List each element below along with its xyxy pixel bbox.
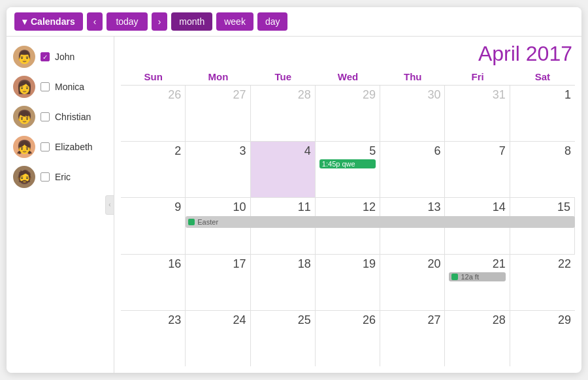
cal-cell-w0-d1[interactable]: 27 bbox=[186, 86, 250, 141]
day-number: 24 bbox=[189, 313, 246, 327]
calendar: April 2017 SunMonTueWedThuFriSat 2627282… bbox=[114, 37, 581, 373]
checkbox-eric[interactable] bbox=[41, 172, 50, 182]
checkbox-christian[interactable] bbox=[41, 112, 50, 121]
prev-button[interactable]: ‹ bbox=[87, 12, 103, 31]
avatar-christian: 👦 bbox=[13, 106, 35, 128]
cal-cell-w4-d1[interactable]: 24 bbox=[186, 311, 250, 366]
day-number: 15 bbox=[514, 200, 570, 214]
cal-cell-w1-d4[interactable]: 6 bbox=[380, 142, 445, 197]
day-number: 21 bbox=[449, 257, 505, 271]
day-number: 27 bbox=[189, 88, 246, 102]
cal-cell-w0-d6[interactable]: 1 bbox=[510, 86, 575, 141]
cal-cell-w1-d6[interactable]: 8 bbox=[510, 142, 575, 197]
cal-week-2: 9101112131415Easter bbox=[121, 198, 575, 254]
today-button[interactable]: today bbox=[106, 12, 147, 31]
sidebar-item-elizabeth[interactable]: 👧Elizabeth bbox=[7, 132, 114, 162]
day-number: 5 bbox=[319, 144, 376, 158]
day-number: 31 bbox=[449, 88, 505, 102]
cal-cell-w0-d5[interactable]: 31 bbox=[445, 86, 510, 141]
cal-cell-w3-d5[interactable]: 2112a ft bbox=[445, 255, 510, 310]
cal-cell-w4-d5[interactable]: 28 bbox=[445, 311, 510, 366]
checkbox-elizabeth[interactable] bbox=[41, 142, 50, 151]
cal-cell-w3-d4[interactable]: 20 bbox=[380, 255, 445, 310]
month-view-button[interactable]: month bbox=[171, 12, 212, 31]
day-number: 28 bbox=[255, 88, 311, 102]
cal-cell-w0-d2[interactable]: 28 bbox=[251, 86, 316, 141]
avatar-elizabeth: 👧 bbox=[13, 136, 35, 158]
cal-cell-w4-d4[interactable]: 27 bbox=[380, 311, 445, 366]
checkbox-monica[interactable] bbox=[41, 82, 50, 91]
person-name-elizabeth: Elizabeth bbox=[55, 142, 93, 152]
person-name-eric: Eric bbox=[55, 172, 71, 182]
day-number: 1 bbox=[514, 88, 571, 102]
cal-cell-w3-d1[interactable]: 17 bbox=[186, 255, 250, 310]
cal-cell-w3-d0[interactable]: 16 bbox=[121, 255, 186, 310]
cal-cell-w0-d0[interactable]: 26 bbox=[121, 86, 186, 141]
event-1-45p-qwe[interactable]: 1:45p qwe bbox=[319, 159, 376, 168]
calendar-header-row: SunMonTueWedThuFriSat bbox=[121, 69, 575, 86]
cal-week-4: 23242526272829 bbox=[121, 311, 575, 366]
cal-header-fri: Fri bbox=[445, 69, 510, 85]
sidebar-item-christian[interactable]: 👦Christian bbox=[7, 102, 114, 132]
app-container: ▾ Calendars ‹ today › month week day 👨Jo… bbox=[7, 7, 581, 373]
cal-cell-w3-d2[interactable]: 18 bbox=[251, 255, 316, 310]
day-number: 16 bbox=[125, 257, 181, 271]
person-name-john: John bbox=[55, 52, 74, 62]
cal-cell-w4-d3[interactable]: 26 bbox=[316, 311, 380, 366]
cal-week-0: 2627282930311 bbox=[121, 86, 575, 142]
day-number: 22 bbox=[514, 257, 571, 271]
day-number: 13 bbox=[384, 200, 440, 214]
day-number: 30 bbox=[384, 88, 440, 102]
week-view-button[interactable]: week bbox=[216, 12, 253, 31]
day-number: 8 bbox=[514, 144, 571, 158]
cal-cell-w2-d0[interactable]: 9 bbox=[121, 198, 186, 253]
day-number: 9 bbox=[125, 200, 181, 214]
cal-header-tue: Tue bbox=[251, 69, 316, 85]
event-12a-ft[interactable]: 12a ft bbox=[449, 272, 505, 281]
cal-header-sat: Sat bbox=[510, 69, 575, 85]
day-number: 17 bbox=[189, 257, 246, 271]
person-name-monica: Monica bbox=[55, 82, 84, 92]
next-button[interactable]: › bbox=[152, 12, 168, 31]
sidebar-item-john[interactable]: 👨John bbox=[7, 42, 114, 72]
chevron-down-icon: ▾ bbox=[22, 16, 27, 27]
cal-cell-w3-d3[interactable]: 19 bbox=[316, 255, 380, 310]
day-number: 3 bbox=[189, 144, 246, 158]
day-number: 26 bbox=[125, 88, 181, 102]
cal-cell-w1-d2[interactable]: 4 bbox=[251, 142, 316, 197]
cal-cell-w1-d0[interactable]: 2 bbox=[121, 142, 186, 197]
day-number: 2 bbox=[125, 144, 181, 158]
cal-cell-w1-d1[interactable]: 3 bbox=[186, 142, 250, 197]
day-number: 14 bbox=[449, 200, 505, 214]
toolbar: ▾ Calendars ‹ today › month week day bbox=[7, 7, 581, 37]
cal-cell-w4-d2[interactable]: 25 bbox=[251, 311, 316, 366]
sidebar-item-eric[interactable]: 🧔Eric bbox=[7, 162, 114, 192]
day-view-button[interactable]: day bbox=[257, 12, 288, 31]
day-number: 20 bbox=[384, 257, 440, 271]
cal-week-3: 16171819202112a ft22 bbox=[121, 255, 575, 311]
sidebar: 👨John👩Monica👦Christian👧Elizabeth🧔Eric ‹ bbox=[7, 37, 114, 373]
cal-header-mon: Mon bbox=[186, 69, 250, 85]
cal-cell-w1-d3[interactable]: 51:45p qwe bbox=[316, 142, 380, 197]
day-number: 23 bbox=[125, 313, 181, 327]
calendar-weeks: 262728293031123451:45p qwe67891011121314… bbox=[121, 86, 575, 366]
cal-cell-w3-d6[interactable]: 22 bbox=[510, 255, 575, 310]
event-easter[interactable]: Easter bbox=[186, 216, 575, 228]
day-number: 29 bbox=[319, 88, 376, 102]
sidebar-item-monica[interactable]: 👩Monica bbox=[7, 72, 114, 102]
calendars-button[interactable]: ▾ Calendars bbox=[14, 12, 83, 31]
calendar-title: April 2017 bbox=[121, 37, 575, 69]
cal-cell-w4-d6[interactable]: 29 bbox=[510, 311, 575, 366]
checkbox-john[interactable] bbox=[41, 52, 50, 61]
day-number: 25 bbox=[255, 313, 311, 327]
cal-header-sun: Sun bbox=[121, 69, 186, 85]
avatar-john: 👨 bbox=[13, 46, 35, 68]
cal-cell-w0-d4[interactable]: 30 bbox=[380, 86, 445, 141]
cal-cell-w0-d3[interactable]: 29 bbox=[316, 86, 380, 141]
cal-header-thu: Thu bbox=[380, 69, 445, 85]
sidebar-collapse-handle[interactable]: ‹ bbox=[105, 195, 114, 215]
day-number: 26 bbox=[319, 313, 376, 327]
cal-cell-w1-d5[interactable]: 7 bbox=[445, 142, 510, 197]
cal-cell-w4-d0[interactable]: 23 bbox=[121, 311, 186, 366]
day-number: 27 bbox=[384, 313, 440, 327]
